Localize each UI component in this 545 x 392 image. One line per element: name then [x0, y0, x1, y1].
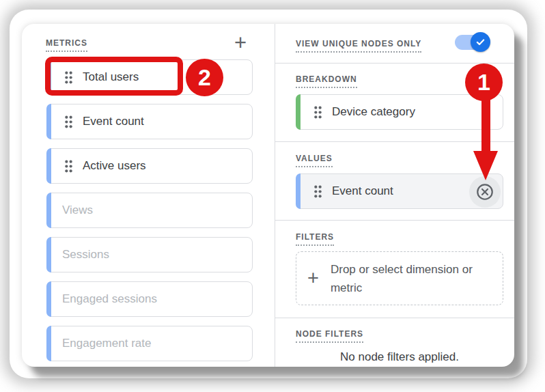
column-divider: [275, 24, 275, 367]
plus-icon: +: [307, 267, 319, 290]
metric-chip-event-count[interactable]: Event count: [46, 104, 253, 139]
node-filters-empty-text: No node filters applied.: [296, 350, 503, 364]
drag-handle-icon[interactable]: [64, 70, 74, 85]
section-divider: [275, 141, 514, 142]
metric-label: Total users: [83, 70, 139, 84]
checkmark-icon: [475, 36, 486, 48]
filters-section-label: FILTERS: [296, 232, 334, 246]
values-chip-label: Event count: [332, 184, 393, 198]
remove-value-button[interactable]: [469, 176, 501, 208]
metric-label: Engagement rate: [62, 337, 151, 350]
metric-chip-sessions[interactable]: Sessions: [46, 237, 253, 272]
drag-handle-icon[interactable]: [313, 105, 323, 120]
filters-dropzone[interactable]: + Drop or select dimension or metric: [296, 251, 503, 305]
values-section-label: VALUES: [296, 154, 333, 167]
metrics-section-label: METRICS: [46, 38, 87, 52]
breakdown-chip-device-category[interactable]: Device category: [296, 94, 503, 130]
metric-label: Views: [62, 204, 93, 217]
add-metric-button[interactable]: +: [229, 32, 251, 54]
circle-x-icon: [475, 182, 494, 201]
metric-label: Engaged sessions: [62, 292, 157, 306]
metric-chip-total-users[interactable]: Total users: [46, 59, 253, 95]
metric-chip-engaged-sessions[interactable]: Engaged sessions: [46, 281, 253, 317]
unique-nodes-toggle[interactable]: [455, 32, 490, 52]
metric-chip-views[interactable]: Views: [46, 193, 253, 228]
metric-chip-active-users[interactable]: Active users: [46, 148, 253, 184]
breakdown-section-label: BREAKDOWN: [296, 74, 357, 88]
metric-label: Sessions: [62, 248, 109, 262]
drag-handle-icon[interactable]: [313, 184, 323, 199]
section-divider: [275, 318, 514, 318]
drag-handle-icon[interactable]: [64, 115, 74, 129]
values-chip-event-count[interactable]: Event count: [296, 173, 503, 209]
breakdown-chip-label: Device category: [332, 105, 415, 119]
drag-handle-icon[interactable]: [64, 159, 74, 173]
metric-label: Active users: [83, 159, 146, 173]
metric-chip-engagement-rate[interactable]: Engagement rate: [46, 326, 253, 361]
section-divider: [275, 63, 514, 64]
node-filters-section-label: NODE FILTERS: [296, 329, 363, 343]
metric-label: Event count: [83, 115, 144, 128]
section-divider: [275, 220, 514, 221]
exploration-settings-panel: METRICS + Total users Event count Active…: [22, 24, 514, 367]
toggle-thumb-checked: [471, 32, 490, 52]
unique-nodes-label: VIEW UNIQUE NODES ONLY: [296, 39, 421, 53]
dropzone-text: Drop or select dimension or metric: [331, 260, 491, 297]
